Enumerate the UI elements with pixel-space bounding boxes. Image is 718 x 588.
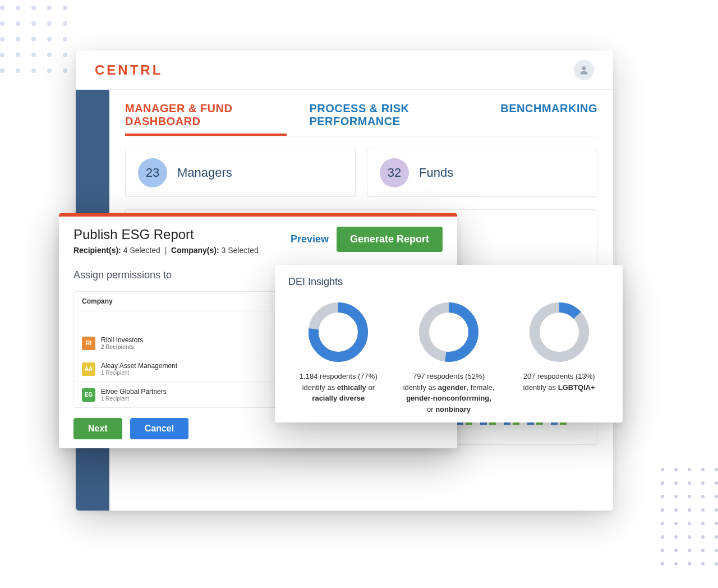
tab-process-risk-performance[interactable]: PROCESS & RISK PERFORMANCE xyxy=(309,102,478,136)
dei-item: 1,184 respodents (77%)identify as ethica… xyxy=(288,301,389,415)
tab-bar: MANAGER & FUND DASHBOARD PROCESS & RISK … xyxy=(125,102,597,136)
donut-chart xyxy=(528,301,590,363)
generate-report-button[interactable]: Generate Report xyxy=(337,227,443,252)
cancel-button[interactable]: Cancel xyxy=(130,418,188,439)
company-sub: 2 Recipients xyxy=(101,344,143,350)
stat-badge-funds: 32 xyxy=(380,158,409,187)
avatar[interactable] xyxy=(574,60,594,80)
donut-chart xyxy=(418,301,480,363)
esg-modal-subheader: Recipient(s): 4 Selected | Company(s): 3… xyxy=(73,246,259,255)
stat-badge-managers: 23 xyxy=(138,158,167,187)
preview-link[interactable]: Preview xyxy=(291,233,329,245)
stat-card-managers[interactable]: 23 Managers xyxy=(125,149,356,197)
dei-caption: 1,184 respodents (77%)identify as ethica… xyxy=(288,371,389,404)
company-badge: AA xyxy=(82,362,95,376)
stat-label-managers: Managers xyxy=(177,166,232,180)
brand-logo: CENTRL xyxy=(95,62,163,78)
company-name: Ribil Investors xyxy=(101,336,143,344)
app-header: CENTRL xyxy=(76,50,613,90)
company-sub: 1 Recipient xyxy=(101,396,167,402)
dei-caption: 207 respodents (13%)identify as LGBTQIA+ xyxy=(509,371,609,393)
dei-insights-card: DEI Insights 1,184 respodents (77%)ident… xyxy=(275,265,623,422)
donut-chart xyxy=(307,301,369,363)
decorative-dots-bottom-right xyxy=(661,468,718,566)
company-name: Elvoe Global Partners xyxy=(101,388,167,396)
dei-caption: 797 respodents (52%)identify as agender,… xyxy=(399,371,499,415)
decorative-dots-top-left xyxy=(0,6,67,73)
company-badge: RI xyxy=(82,337,95,350)
esg-modal-title: Publish ESG Report xyxy=(73,227,259,242)
stat-card-funds[interactable]: 32 Funds xyxy=(367,149,597,197)
company-badge: EG xyxy=(82,388,95,402)
dei-title: DEI Insights xyxy=(288,276,609,288)
tab-manager-fund-dashboard[interactable]: MANAGER & FUND DASHBOARD xyxy=(125,102,287,136)
company-sub: 1 Recipient xyxy=(101,370,177,376)
stat-label-funds: Funds xyxy=(419,166,453,180)
user-icon xyxy=(578,65,590,76)
company-name: Aleay Asset Management xyxy=(101,362,177,370)
dei-item: 207 respodents (13%)identify as LGBTQIA+ xyxy=(509,301,609,415)
next-button[interactable]: Next xyxy=(73,418,122,439)
svg-point-0 xyxy=(582,66,586,70)
tab-benchmarking[interactable]: BENCHMARKING xyxy=(500,102,597,136)
dei-item: 797 respodents (52%)identify as agender,… xyxy=(399,301,499,415)
